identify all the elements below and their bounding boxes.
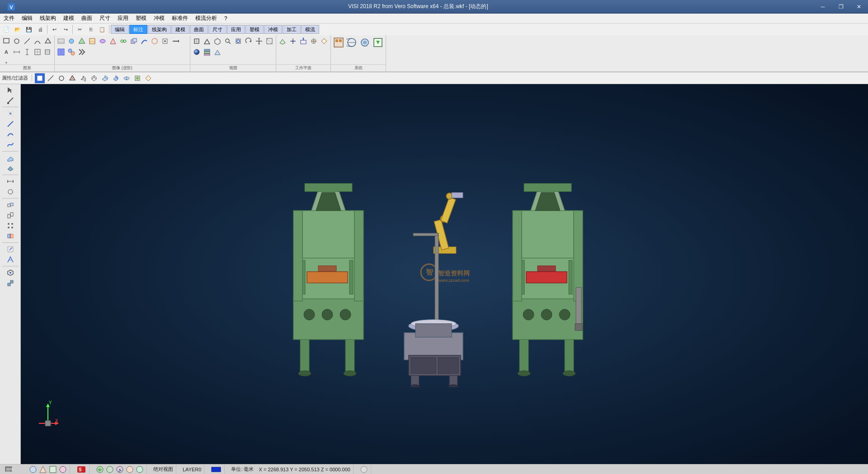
tb-img5[interactable]: [98, 36, 108, 46]
sb-select[interactable]: [1, 85, 19, 95]
sb-solid[interactable]: [1, 163, 19, 173]
filter-cube4[interactable]: [111, 73, 121, 83]
tb-wp3[interactable]: [298, 36, 308, 46]
sb-component[interactable]: [1, 268, 19, 278]
menu-modeling[interactable]: 建模: [60, 14, 78, 24]
tab-edit[interactable]: 编辑: [111, 25, 129, 34]
menu-wireframe[interactable]: 线架构: [36, 14, 60, 24]
tb-new[interactable]: 📄: [1, 24, 12, 35]
status-icon4[interactable]: [59, 465, 67, 474]
close-button[interactable]: ✕: [850, 0, 868, 14]
tb-view-pan[interactable]: [254, 36, 264, 46]
tb-view-zoom[interactable]: [223, 36, 233, 46]
sb-hole[interactable]: [1, 187, 19, 197]
sb-sketch[interactable]: [1, 244, 19, 254]
filter-line[interactable]: [46, 73, 56, 83]
tb-view-fit[interactable]: [233, 36, 243, 46]
filter-cube3[interactable]: [100, 73, 110, 83]
status-icon2[interactable]: [39, 465, 47, 474]
tb-print[interactable]: 🖨: [35, 24, 46, 35]
tb-view-persp[interactable]: [212, 47, 222, 57]
filter-cube7[interactable]: [143, 73, 153, 83]
tb-iex2[interactable]: [66, 47, 76, 57]
menu-dim[interactable]: 尺寸: [96, 14, 114, 24]
tb-img9[interactable]: [139, 36, 149, 46]
tb-view-rot[interactable]: [244, 36, 254, 46]
sb-copy2[interactable]: [1, 210, 19, 220]
tab-flow[interactable]: 模流: [301, 25, 319, 34]
tab-process[interactable]: 加工: [283, 25, 301, 34]
sb-transform[interactable]: [1, 200, 19, 210]
tb-wp1[interactable]: [278, 36, 288, 46]
sb-array[interactable]: [1, 221, 19, 231]
tb-img4[interactable]: [87, 36, 97, 46]
tb-poly[interactable]: [43, 36, 53, 46]
tb-line[interactable]: [22, 36, 32, 46]
tb-note[interactable]: [43, 47, 53, 57]
tb-paste[interactable]: 📋: [97, 24, 108, 35]
filter-circle[interactable]: [57, 73, 66, 83]
tb-img8[interactable]: [129, 36, 139, 46]
tb-view-wire[interactable]: [264, 36, 274, 46]
status-icon3[interactable]: [49, 465, 57, 474]
sb-line[interactable]: [1, 119, 19, 129]
tb-view-shade[interactable]: [192, 47, 202, 57]
tab-build[interactable]: 建模: [171, 25, 189, 34]
sb-project[interactable]: [1, 255, 19, 265]
tb-copy[interactable]: ⎘: [85, 24, 96, 35]
tb-cut[interactable]: ✂: [74, 24, 85, 35]
tb-wp5[interactable]: [319, 36, 329, 46]
menu-flow[interactable]: 模流分析: [192, 14, 221, 24]
filter-cube6[interactable]: [132, 73, 142, 83]
tb-img3[interactable]: [77, 36, 87, 46]
tb-open[interactable]: 📂: [12, 24, 23, 35]
tab-wireframe[interactable]: 线架构: [148, 25, 171, 34]
tb-wp4[interactable]: [309, 36, 319, 46]
tb-img2[interactable]: [66, 36, 76, 46]
status-icon1[interactable]: [29, 465, 37, 474]
tb-save[interactable]: 💾: [24, 24, 34, 35]
tb-img6[interactable]: [108, 36, 118, 46]
tab-mold[interactable]: 塑模: [245, 25, 264, 34]
sb-edit[interactable]: [1, 95, 19, 105]
tb-circle[interactable]: [12, 36, 22, 46]
tb-wp2[interactable]: [288, 36, 298, 46]
tb-text[interactable]: A: [1, 47, 11, 57]
menu-apply[interactable]: 应用: [114, 14, 132, 24]
tb-sys4[interactable]: [372, 36, 384, 49]
sb-spline[interactable]: [1, 140, 19, 150]
sb-mirror[interactable]: [1, 231, 19, 241]
tb-view-front[interactable]: [202, 36, 212, 46]
3d-viewport[interactable]: Y X 智 智造资料网 www.zzcad.com: [21, 84, 868, 464]
tb-view-top[interactable]: [192, 36, 202, 46]
tb-rect[interactable]: [1, 36, 11, 46]
filter-poly-x[interactable]: [67, 73, 77, 83]
menu-help[interactable]: ?: [221, 14, 231, 24]
tb-undo[interactable]: ↩: [49, 24, 60, 35]
tb-arc[interactable]: [33, 36, 42, 46]
tb-sys3[interactable]: [359, 36, 371, 49]
menu-surface[interactable]: 曲面: [78, 14, 96, 24]
tb-sys2[interactable]: [345, 36, 358, 49]
sb-point[interactable]: [1, 109, 19, 118]
tb-view-3d[interactable]: [212, 36, 222, 46]
tab-surface[interactable]: 曲面: [190, 25, 208, 34]
sb-measure[interactable]: [1, 176, 19, 186]
menu-stamp[interactable]: 冲模: [150, 14, 168, 24]
tb-img12[interactable]: [170, 36, 180, 46]
filter-all[interactable]: [35, 73, 45, 83]
sb-surface[interactable]: [1, 153, 19, 163]
restore-button[interactable]: ❐: [832, 0, 850, 14]
tb-dim-h[interactable]: [12, 47, 22, 57]
tb-dim-v[interactable]: [22, 47, 32, 57]
tb-view-layer[interactable]: [202, 47, 212, 57]
menu-plastic[interactable]: 塑模: [132, 14, 150, 24]
tb-img10[interactable]: [150, 36, 160, 46]
tb-iex3[interactable]: [77, 47, 87, 57]
tab-annotation[interactable]: 标注: [129, 25, 147, 34]
tb-img11[interactable]: [160, 36, 170, 46]
tb-hatch[interactable]: [33, 47, 42, 57]
tb-redo[interactable]: ↪: [60, 24, 71, 35]
menu-file[interactable]: 文件: [0, 14, 18, 24]
tb-iex1[interactable]: [56, 47, 66, 57]
